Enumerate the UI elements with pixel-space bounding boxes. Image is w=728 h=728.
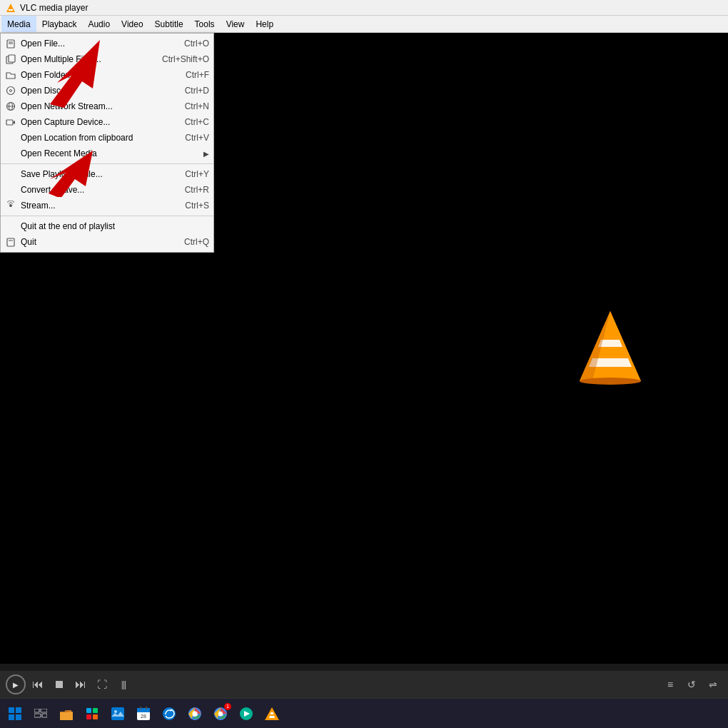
open-multiple-shortcut: Ctrl+Shift+O <box>162 54 209 64</box>
open-recent-icon <box>5 148 16 159</box>
open-folder-label: Open Folder... <box>21 70 171 80</box>
svg-rect-38 <box>93 714 98 719</box>
stream-icon <box>5 200 16 211</box>
save-playlist-icon <box>5 168 16 180</box>
menu-audio[interactable]: Audio <box>82 16 116 32</box>
open-disc-shortcut: Ctrl+D <box>185 86 209 96</box>
menu-open-location[interactable]: Open Location from clipboard Ctrl+V <box>1 130 213 146</box>
menu-view[interactable]: View <box>221 16 251 32</box>
convert-save-icon <box>5 184 16 196</box>
menu-quit[interactable]: Quit Ctrl+Q <box>1 234 213 250</box>
menu-open-multiple[interactable]: Open Multiple Files... Ctrl+Shift+O <box>1 51 213 67</box>
menu-open-disc[interactable]: Open Disc... Ctrl+D <box>1 83 213 98</box>
shuffle-button[interactable]: ⇌ <box>704 675 722 694</box>
menu-open-capture[interactable]: Open Capture Device... Ctrl+C <box>1 114 213 130</box>
separator-1 <box>1 163 213 164</box>
stop-button[interactable]: ⏹ <box>50 675 69 694</box>
open-capture-icon <box>5 116 16 128</box>
open-network-icon <box>5 101 16 112</box>
save-playlist-shortcut: Ctrl+Y <box>185 169 209 179</box>
svg-rect-28 <box>16 714 21 720</box>
svg-point-40 <box>114 710 117 713</box>
svg-rect-29 <box>34 709 39 712</box>
taskbar-photos[interactable] <box>106 702 130 726</box>
svg-rect-32 <box>42 714 47 717</box>
open-location-label: Open Location from clipboard <box>21 133 171 143</box>
menu-save-playlist[interactable]: Save Playlist to File... Ctrl+Y <box>1 166 213 182</box>
menu-playback[interactable]: Playback <box>36 16 83 32</box>
svg-rect-1 <box>9 9 13 11</box>
controls-bar: ▶ ⏮ ⏹ ⏭ ⛶ ||| ≡ ↺ ⇌ <box>0 671 728 698</box>
menu-open-folder[interactable]: Open Folder... Ctrl+F <box>1 67 213 83</box>
menu-help[interactable]: Help <box>250 16 279 32</box>
menu-quit-end[interactable]: Quit at the end of playlist <box>1 218 213 234</box>
taskbar-filemanager[interactable] <box>54 702 79 726</box>
taskbar-start[interactable] <box>3 702 27 726</box>
media-dropdown: Open File... Ctrl+O Open Multiple Files.… <box>0 33 214 253</box>
open-file-shortcut: Ctrl+O <box>184 39 209 49</box>
prev-button[interactable]: ⏮ <box>29 675 47 694</box>
fullscreen-button[interactable]: ⛶ <box>93 675 111 694</box>
svg-point-52 <box>218 712 223 716</box>
taskbar-vlc[interactable] <box>260 702 284 726</box>
menu-convert-save[interactable]: Convert / Save... Ctrl+R <box>1 182 213 198</box>
quit-shortcut: Ctrl+Q <box>184 237 209 247</box>
taskbar-store[interactable] <box>80 702 104 726</box>
open-file-label: Open File... <box>21 39 170 49</box>
menu-open-recent[interactable]: Open Recent Media ▶ <box>1 146 213 161</box>
svg-rect-44 <box>146 707 147 709</box>
edge-icon <box>161 706 177 722</box>
quit-label: Quit <box>21 237 170 247</box>
convert-save-shortcut: Ctrl+R <box>185 185 209 195</box>
menu-video[interactable]: Video <box>116 16 148 32</box>
open-multiple-label: Open Multiple Files... <box>21 54 148 64</box>
menu-subtitle[interactable]: Subtitle <box>149 16 189 32</box>
taskbar-chrome-badge[interactable]: 1 <box>208 702 233 726</box>
extended-button[interactable]: ||| <box>114 675 133 694</box>
taskbar-calendar[interactable]: 28 <box>131 702 156 726</box>
svg-rect-6 <box>9 55 15 62</box>
next-button[interactable]: ⏭ <box>71 675 90 694</box>
stream-label: Stream... <box>21 201 171 211</box>
title-bar-text: VLC media player <box>20 3 88 13</box>
svg-rect-37 <box>86 714 91 719</box>
svg-rect-14 <box>7 238 14 246</box>
vlc-title-icon <box>6 3 16 13</box>
taskbar-edge[interactable] <box>157 702 181 726</box>
menu-tools[interactable]: Tools <box>189 16 221 32</box>
photos-icon <box>110 706 126 722</box>
convert-save-label: Convert / Save... <box>21 185 171 195</box>
menu-open-file[interactable]: Open File... Ctrl+O <box>1 36 213 51</box>
svg-rect-27 <box>9 714 14 720</box>
open-file-icon <box>5 38 16 49</box>
store-icon <box>84 706 100 722</box>
play-button[interactable]: ▶ <box>6 674 26 694</box>
svg-point-49 <box>193 711 198 716</box>
taskbar-mediaplayer[interactable] <box>234 702 258 726</box>
vlc-taskbar-icon <box>264 706 280 722</box>
svg-rect-30 <box>41 709 47 712</box>
loop-button[interactable]: ↺ <box>682 675 701 694</box>
calendar-icon: 28 <box>136 706 151 722</box>
title-bar: VLC media player <box>0 0 728 16</box>
open-folder-shortcut: Ctrl+F <box>186 70 209 80</box>
quit-end-label: Quit at the end of playlist <box>21 221 209 231</box>
svg-rect-26 <box>16 707 21 713</box>
taskbar-chrome[interactable] <box>183 702 207 726</box>
menu-media[interactable]: Media <box>1 16 36 32</box>
svg-rect-43 <box>140 707 141 709</box>
menu-stream[interactable]: Stream... Ctrl+S <box>1 198 213 213</box>
playlist-button[interactable]: ≡ <box>661 675 679 694</box>
open-network-shortcut: Ctrl+N <box>185 101 209 111</box>
menu-open-network[interactable]: Open Network Stream... Ctrl+N <box>1 98 213 114</box>
svg-rect-36 <box>93 708 98 713</box>
taskbar-taskview[interactable] <box>29 702 53 726</box>
open-location-shortcut: Ctrl+V <box>185 133 209 143</box>
windows-icon <box>8 707 22 721</box>
svg-rect-12 <box>6 120 13 125</box>
svg-marker-56 <box>269 716 275 718</box>
svg-rect-42 <box>137 708 150 712</box>
vlc-cone-svg <box>578 310 642 385</box>
open-folder-icon <box>5 69 16 81</box>
chrome-badge-count: 1 <box>224 703 231 710</box>
